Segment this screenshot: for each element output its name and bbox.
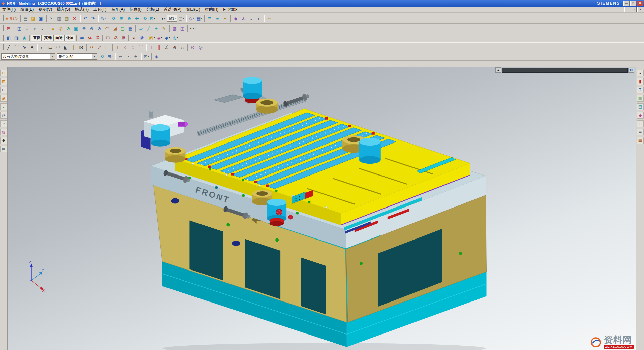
block-icon[interactable]: ▣ bbox=[72, 25, 80, 32]
minimize-button[interactable]: — bbox=[623, 1, 630, 6]
palette-icon[interactable]: ▨ bbox=[0, 129, 7, 135]
rectangle-icon[interactable]: ▭ bbox=[47, 44, 54, 51]
3d-model-view[interactable]: FRONT bbox=[8, 67, 636, 350]
clip-planes-icon[interactable]: ▤ bbox=[637, 103, 644, 110]
background-color-swatch[interactable]: ▢▾ bbox=[177, 15, 185, 22]
pencil-edit-icon[interactable]: ✏ bbox=[266, 15, 273, 22]
reuse-library-icon[interactable]: ◉ bbox=[0, 95, 7, 102]
expand-toolbar-button[interactable]: ◀ bbox=[495, 67, 501, 73]
mirror-curve-icon[interactable]: ⋈ bbox=[78, 44, 85, 51]
subtract-icon[interactable]: ⊖ bbox=[88, 25, 95, 32]
selection-scope-dropdown-arrow[interactable]: ▾ bbox=[92, 54, 97, 59]
select-solid-button[interactable]: 实选 bbox=[42, 35, 53, 41]
redo-icon[interactable]: ↷ bbox=[89, 15, 97, 22]
grid-snap-icon[interactable]: ⊞ bbox=[104, 34, 112, 41]
datum-plane-icon[interactable]: ▱ bbox=[137, 25, 145, 32]
history-icon[interactable]: ◔ bbox=[0, 120, 7, 127]
arc-icon[interactable]: ⌒ bbox=[13, 44, 20, 51]
circle-center-point-icon[interactable]: ⊙ bbox=[189, 44, 196, 51]
highlight-select-icon[interactable]: ✦ bbox=[132, 53, 140, 60]
replace-component-button[interactable]: 替换 bbox=[31, 35, 42, 41]
add-to-selection-icon[interactable]: ⊞▾ bbox=[106, 53, 114, 60]
measure-distance-icon[interactable]: ∡ bbox=[240, 15, 247, 22]
command-finder-icon[interactable]: ✎▾ bbox=[100, 15, 107, 22]
menu-assemblies[interactable]: 装配(A) bbox=[109, 7, 127, 12]
layer-settings-icon[interactable]: ≣ bbox=[206, 15, 213, 22]
toolbar-options-icon[interactable]: ◧ bbox=[628, 68, 634, 73]
mold-tool-icon[interactable]: ◆▾ bbox=[164, 34, 171, 41]
shaded-display-icon[interactable]: ● bbox=[31, 25, 38, 32]
quick-trim-icon[interactable]: ✂ bbox=[88, 44, 95, 51]
constraint-navigator-icon[interactable]: ⊞ bbox=[0, 78, 7, 85]
diameter-dimension-icon[interactable]: ⌀ bbox=[171, 44, 178, 51]
collapsed-toolbar-strip[interactable] bbox=[502, 68, 628, 73]
export-data-icon[interactable]: ◩▾ bbox=[148, 34, 156, 41]
datum-csys-icon[interactable]: ⌖ bbox=[153, 25, 160, 32]
section-view-icon[interactable]: ◧ bbox=[5, 34, 12, 41]
progressive-die-icon[interactable]: ◎▾ bbox=[172, 34, 179, 41]
menu-window[interactable]: 窗口(O) bbox=[184, 7, 202, 12]
spring-tool-button[interactable]: 弹 bbox=[94, 34, 101, 41]
conic-icon[interactable]: ⌒ bbox=[137, 44, 145, 51]
palette-tool-icon[interactable]: ▦ bbox=[637, 137, 644, 144]
update-display-icon[interactable]: ◉ bbox=[21, 34, 28, 41]
offset-curve-icon[interactable]: ∥ bbox=[70, 44, 77, 51]
linear-dimension-icon[interactable]: ↔ bbox=[179, 44, 186, 51]
spline-icon[interactable]: ∿ bbox=[21, 44, 28, 51]
menu-preferences[interactable]: 首选项(P) bbox=[161, 7, 184, 12]
fit-view-icon[interactable]: ⊞ bbox=[118, 15, 125, 22]
menu-file[interactable]: 文件(F) bbox=[0, 7, 18, 12]
snapshot-icon[interactable]: ⊠▾ bbox=[149, 15, 156, 22]
select-scope-rotate-icon[interactable]: ⟲ bbox=[98, 53, 106, 60]
assembly-load-icon[interactable]: ◆ bbox=[232, 15, 239, 22]
menu-tools[interactable]: 工具(T) bbox=[91, 7, 109, 12]
show-hide-icon[interactable]: ◐ bbox=[255, 15, 263, 22]
assembly-navigator-icon[interactable]: ⊟ bbox=[0, 70, 7, 76]
extrude-icon[interactable]: ▲ bbox=[49, 25, 57, 32]
cut-icon[interactable]: ✂ bbox=[48, 15, 55, 22]
toolbar-grip[interactable] bbox=[2, 44, 4, 50]
angle-dimension-icon[interactable]: ∠ bbox=[163, 44, 171, 51]
view-preset-button[interactable]: M3▾ bbox=[167, 15, 177, 22]
intersect-icon[interactable]: ⊗ bbox=[96, 25, 103, 32]
graphics-window[interactable]: FRONT bbox=[8, 67, 636, 350]
ruler-icon[interactable]: ∟ bbox=[273, 15, 281, 22]
zoom-icon[interactable]: ⊕ bbox=[126, 15, 133, 22]
visible-layers-icon[interactable]: ≡ bbox=[214, 15, 221, 22]
close-button[interactable]: ✕ bbox=[637, 1, 643, 6]
four-view-layout-icon[interactable]: ◫ bbox=[16, 25, 23, 32]
chamfer-icon[interactable]: ◢ bbox=[111, 25, 119, 32]
web-browser-icon[interactable]: ◷ bbox=[0, 112, 7, 119]
shell-icon[interactable]: ▢ bbox=[119, 25, 126, 32]
datum-axis-icon[interactable]: ╱ bbox=[145, 25, 152, 32]
scroll-up-icon[interactable]: ▴ bbox=[637, 70, 644, 76]
visualization-icon[interactable]: ▥ bbox=[637, 95, 644, 102]
name-display-button[interactable]: 名 bbox=[112, 34, 119, 41]
text-style-icon[interactable]: T bbox=[637, 87, 644, 93]
restore-button[interactable]: 还原 bbox=[64, 35, 75, 41]
pattern-feature-icon[interactable]: ▦ bbox=[127, 25, 134, 32]
selection-filter-combo[interactable]: 没有选择过滤器 ▾ bbox=[1, 53, 55, 60]
face-transparency-button[interactable]: 面透 bbox=[53, 35, 64, 41]
toolbar-grip[interactable] bbox=[2, 15, 4, 21]
hole-icon[interactable]: ⊙ bbox=[65, 25, 72, 32]
copy-icon[interactable]: ▥ bbox=[56, 15, 63, 22]
wcs-orient-icon[interactable]: ⌖ bbox=[221, 15, 229, 22]
paste-icon[interactable]: ▧ bbox=[63, 15, 71, 22]
magenta-display-icon[interactable]: ◆ bbox=[637, 112, 644, 119]
wireframe-display-icon[interactable]: ○ bbox=[23, 25, 31, 32]
menu-analysis[interactable]: 分析(L) bbox=[144, 7, 162, 12]
doc-restore-button[interactable]: □ bbox=[631, 7, 637, 12]
analysis-sphere-icon[interactable]: ◕ bbox=[130, 34, 137, 41]
wcs-toggle-icon[interactable]: ◈ bbox=[153, 53, 160, 60]
rendering-style-icon[interactable]: ◑▾ bbox=[159, 15, 167, 22]
profile-icon[interactable]: ⌐ bbox=[39, 44, 46, 51]
system-materials-icon[interactable]: ▤ bbox=[0, 146, 7, 152]
doc-minimize-button[interactable]: — bbox=[624, 7, 630, 12]
ellipse-icon[interactable]: ◌ bbox=[129, 44, 137, 51]
start-menu-button[interactable]: ◈开始▾ bbox=[5, 15, 19, 22]
toolbar-grip[interactable] bbox=[2, 35, 4, 41]
point-icon[interactable]: + bbox=[114, 44, 121, 51]
toolbar-grip[interactable] bbox=[2, 25, 4, 31]
parallel-constraint-icon[interactable]: ∥ bbox=[155, 44, 163, 51]
